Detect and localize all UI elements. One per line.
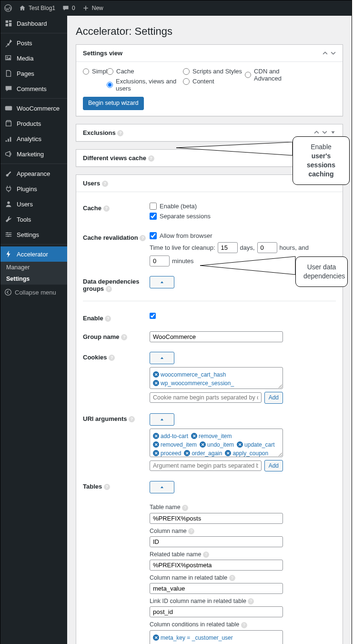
chevron-down-icon[interactable]: [322, 130, 327, 135]
remove-token-icon[interactable]: ✕: [153, 441, 159, 448]
info-icon: ?: [182, 505, 188, 511]
token[interactable]: ✕wp_woocommerce_session_: [153, 380, 234, 387]
remove-token-icon[interactable]: ✕: [191, 433, 197, 439]
collapse-menu[interactable]: Collapse menu: [0, 285, 67, 300]
sidebar-item-plugins[interactable]: Plugins: [0, 181, 67, 196]
days-suffix: days,: [240, 244, 255, 251]
token[interactable]: ✕apply_coupon: [225, 450, 268, 457]
collapse-label: Collapse menu: [15, 289, 56, 296]
radio-simple[interactable]: Simple: [83, 68, 105, 75]
enable-group-checkbox[interactable]: [150, 313, 156, 319]
begin-wizard-button[interactable]: Begin setup wizard: [83, 97, 144, 110]
related-table-label: Related table name: [150, 551, 201, 558]
token[interactable]: ✕update_cart: [237, 441, 274, 448]
chevron-up-icon[interactable]: [314, 130, 319, 135]
caret-up-icon: [160, 485, 164, 490]
sidebar-item-woocommerce[interactable]: WooCommerce: [0, 101, 67, 116]
remove-token-icon[interactable]: ✕: [200, 441, 206, 448]
chevron-down-icon[interactable]: [331, 51, 336, 56]
minutes-suffix: minutes: [172, 257, 194, 265]
info-icon: ?: [129, 416, 135, 422]
sliders-icon: [4, 230, 13, 239]
ttl-hours-input[interactable]: [257, 242, 277, 253]
allow-browser-checkbox[interactable]: [150, 232, 157, 239]
column-name-input[interactable]: [150, 536, 283, 547]
token[interactable]: ✕yith_wcwl_session_: [153, 388, 211, 389]
media-icon: [4, 54, 13, 62]
remove-token-icon[interactable]: ✕: [153, 634, 159, 641]
sidebar-item-accelerator[interactable]: Accelerator: [0, 246, 67, 262]
sidebar-item-label: Marketing: [17, 151, 44, 158]
ttl-minutes-input[interactable]: [150, 256, 170, 266]
collapse-deps-button[interactable]: [150, 276, 174, 288]
sidebar-item-posts[interactable]: Posts: [0, 35, 67, 51]
radio-content[interactable]: Content: [183, 78, 243, 85]
sidebar-item-label: WooCommerce: [17, 105, 60, 112]
sidebar-item-pages[interactable]: Pages: [0, 66, 67, 81]
col-in-related-input[interactable]: [150, 583, 283, 594]
cookies-add-button[interactable]: Add: [264, 392, 283, 404]
token[interactable]: ✕meta_key = _customer_user: [153, 634, 233, 641]
caret-down-icon[interactable]: [330, 130, 336, 135]
submenu-item-manager[interactable]: Manager: [0, 262, 67, 273]
collapse-tables-button[interactable]: [150, 481, 174, 493]
sidebar-item-marketing[interactable]: Marketing: [0, 146, 67, 162]
submenu-item-settings[interactable]: Settings: [0, 273, 67, 285]
settings-view-header[interactable]: Settings view: [76, 45, 343, 62]
bars-icon: [4, 134, 13, 143]
cookies-tokenbox[interactable]: ✕woocommerce_cart_hash✕wp_woocommerce_se…: [150, 367, 283, 389]
comments-count: 0: [72, 5, 75, 11]
related-table-input[interactable]: [150, 560, 283, 571]
remove-token-icon[interactable]: ✕: [237, 441, 243, 448]
separate-sessions-checkbox[interactable]: [150, 213, 157, 220]
sidebar-item-appearance[interactable]: Appearance: [0, 166, 67, 181]
sidebar-item-products[interactable]: Products: [0, 116, 67, 131]
token[interactable]: ✕add-to-cart: [153, 433, 188, 440]
remove-token-icon[interactable]: ✕: [153, 380, 159, 386]
radio-exclusions[interactable]: Exclusions, views and users: [107, 78, 181, 92]
radio-cdn[interactable]: CDN and Advanced: [245, 68, 305, 82]
link-col-input[interactable]: [150, 606, 283, 617]
uri-add-input[interactable]: [150, 460, 262, 471]
remove-token-icon[interactable]: ✕: [184, 450, 190, 456]
sidebar-item-settings[interactable]: Settings: [0, 227, 67, 242]
conditions-tokenbox[interactable]: ✕meta_key = _customer_user: [150, 630, 283, 644]
group-name-input[interactable]: [150, 331, 283, 342]
site-name-link[interactable]: Test Blog1: [19, 4, 55, 12]
uri-add-button[interactable]: Add: [264, 460, 283, 472]
wp-logo[interactable]: [4, 4, 12, 12]
sidebar-item-dashboard[interactable]: Dashboard: [0, 16, 67, 31]
remove-token-icon[interactable]: ✕: [153, 371, 159, 378]
token[interactable]: ✕removed_item: [153, 441, 197, 448]
token[interactable]: ✕order_again: [184, 450, 222, 457]
collapse-uri-button[interactable]: [150, 413, 174, 426]
radio-cache[interactable]: Cache: [107, 68, 181, 75]
sidebar-item-tools[interactable]: Tools: [0, 212, 67, 227]
conditions-label: Column conditions in related table: [150, 621, 239, 628]
sidebar-item-label: Dashboard: [17, 20, 47, 27]
remove-token-icon[interactable]: ✕: [153, 388, 159, 389]
collapse-cookies-button[interactable]: [150, 352, 174, 364]
remove-token-icon[interactable]: ✕: [225, 450, 231, 456]
sidebar-item-analytics[interactable]: Analytics: [0, 131, 67, 146]
token[interactable]: ✕remove_item: [191, 433, 232, 440]
token[interactable]: ✕woocommerce_cart_hash: [153, 371, 226, 378]
enable-cache-checkbox[interactable]: [150, 203, 157, 210]
remove-token-icon[interactable]: ✕: [153, 433, 159, 439]
comments-link[interactable]: 0: [62, 4, 75, 12]
token[interactable]: ✕proceed: [153, 450, 181, 457]
sidebar-item-label: Analytics: [17, 135, 41, 143]
uri-args-tokenbox[interactable]: ✕add-to-cart✕remove_item✕removed_item✕un…: [150, 429, 283, 457]
sidebar-item-media[interactable]: Media: [0, 51, 67, 66]
ttl-days-input[interactable]: [218, 242, 238, 253]
remove-token-icon[interactable]: ✕: [153, 450, 159, 456]
caret-up-icon: [160, 280, 164, 285]
radio-scripts[interactable]: Scripts and Styles: [183, 68, 243, 75]
token[interactable]: ✕undo_item: [200, 441, 234, 448]
new-content-link[interactable]: New: [82, 4, 103, 12]
chevron-up-icon[interactable]: [323, 51, 328, 56]
cookies-add-input[interactable]: [150, 392, 262, 403]
sidebar-item-users[interactable]: Users: [0, 196, 67, 212]
sidebar-item-comments[interactable]: Comments: [0, 81, 67, 96]
table-name-input[interactable]: [150, 513, 283, 524]
